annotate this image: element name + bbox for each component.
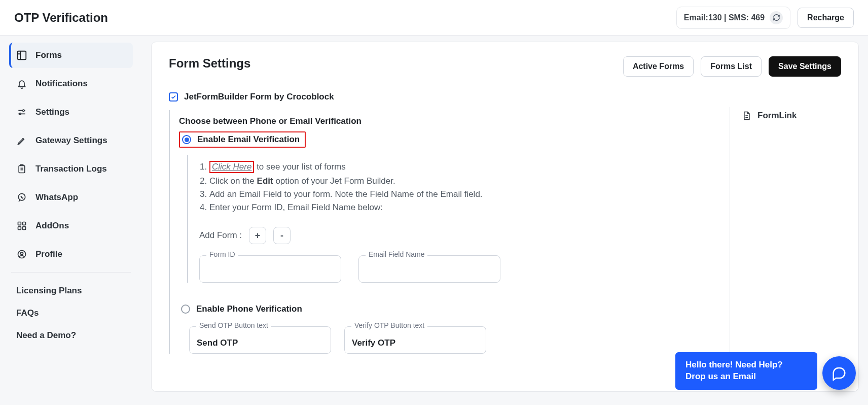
instruction-step-1: Click Here to see your list of forms bbox=[209, 161, 717, 173]
save-settings-button[interactable]: Save Settings bbox=[769, 56, 841, 77]
sidebar-item-transaction-logs[interactable]: Transaction Logs bbox=[9, 156, 133, 182]
page-title: OTP Verification bbox=[14, 11, 108, 25]
sidebar-item-whatsapp[interactable]: WhatsApp bbox=[9, 185, 133, 210]
sidebar: Forms Notifications Settings Gateway Set… bbox=[0, 36, 142, 405]
email-field-wrap: Email Field Name bbox=[358, 255, 500, 283]
radio-email-row[interactable]: Enable Email Verification bbox=[179, 131, 306, 148]
sidebar-item-label: Forms bbox=[35, 50, 62, 60]
sidebar-item-notifications[interactable]: Notifications bbox=[9, 71, 133, 96]
settings-card: Form Settings Active Forms Forms List Sa… bbox=[151, 42, 859, 392]
plugin-checkbox-row[interactable]: JetFormBuilder Form by Crocoblock bbox=[169, 92, 841, 102]
body-wrap: Forms Notifications Settings Gateway Set… bbox=[0, 36, 868, 405]
svg-point-10 bbox=[21, 252, 23, 255]
plugin-checkbox-label: JetFormBuilder Form by Crocoblock bbox=[184, 92, 334, 102]
verify-otp-field-wrap: Verify OTP Button text bbox=[344, 326, 486, 354]
main-area: Form Settings Active Forms Forms List Sa… bbox=[142, 36, 868, 405]
svg-point-2 bbox=[19, 113, 21, 115]
phone-section: Enable Phone Verification Send OTP Butto… bbox=[179, 300, 717, 354]
add-form-plus-button[interactable]: + bbox=[249, 227, 266, 244]
bell-icon bbox=[16, 78, 27, 89]
sidebar-item-label: Profile bbox=[35, 249, 62, 259]
chat-fab[interactable] bbox=[822, 356, 856, 390]
form-id-field-wrap: Form ID bbox=[199, 255, 341, 283]
sidebar-item-profile[interactable]: Profile bbox=[9, 242, 133, 267]
radio-phone[interactable] bbox=[181, 305, 190, 314]
formlink-link[interactable]: FormLink bbox=[741, 110, 841, 121]
email-field-name-input[interactable] bbox=[358, 255, 500, 283]
sidebar-item-label: Notifications bbox=[35, 79, 88, 89]
svg-point-4 bbox=[18, 194, 25, 200]
svg-rect-7 bbox=[18, 227, 21, 230]
plugin-checkbox[interactable] bbox=[169, 92, 178, 102]
svg-rect-0 bbox=[18, 51, 26, 60]
choose-heading: Choose between Phone or Email Verificati… bbox=[179, 116, 717, 126]
sidebar-item-forms[interactable]: Forms bbox=[9, 43, 133, 68]
whatsapp-icon bbox=[16, 192, 27, 203]
card-header: Form Settings Active Forms Forms List Sa… bbox=[169, 56, 841, 77]
user-icon bbox=[16, 249, 27, 260]
header-actions: Active Forms Forms List Save Settings bbox=[623, 56, 841, 77]
verify-otp-label: Verify OTP Button text bbox=[351, 321, 427, 329]
email-field-label: Email Field Name bbox=[366, 250, 427, 258]
help-line2: Drop us an Email bbox=[685, 371, 807, 383]
svg-rect-3 bbox=[19, 165, 25, 173]
send-otp-input[interactable] bbox=[189, 326, 331, 354]
field-pair: Form ID Email Field Name bbox=[199, 255, 717, 283]
sidebar-item-label: AddOns bbox=[35, 221, 69, 231]
verify-otp-input[interactable] bbox=[344, 326, 486, 354]
svg-rect-5 bbox=[18, 222, 21, 225]
grid-icon bbox=[16, 220, 27, 231]
svg-rect-8 bbox=[23, 227, 26, 230]
add-form-line: Add Form : + - bbox=[199, 227, 717, 244]
left-column: Choose between Phone or Email Verificati… bbox=[169, 110, 717, 354]
instruction-step-4: Enter your Form ID, Email Field Name bel… bbox=[209, 203, 717, 213]
form-id-label: Form ID bbox=[206, 250, 238, 258]
document-icon bbox=[741, 110, 751, 121]
sidebar-link-faqs[interactable]: FAQs bbox=[9, 302, 133, 324]
balance-text: Email:130 | SMS: 469 bbox=[684, 13, 765, 22]
radio-phone-row[interactable]: Enable Phone Verification bbox=[179, 300, 717, 318]
help-chip[interactable]: Hello there! Need Help? Drop us an Email bbox=[675, 352, 817, 390]
sidebar-item-addons[interactable]: AddOns bbox=[9, 213, 133, 239]
click-here-link[interactable]: Click Here bbox=[209, 161, 254, 173]
section-title: Form Settings bbox=[169, 56, 250, 71]
sidebar-divider bbox=[11, 272, 131, 273]
recharge-button[interactable]: Recharge bbox=[798, 8, 854, 28]
send-otp-label: Send OTP Button text bbox=[196, 321, 271, 329]
radio-phone-label: Enable Phone Verification bbox=[196, 304, 302, 314]
svg-rect-6 bbox=[23, 222, 26, 225]
balance-box: Email:130 | SMS: 469 bbox=[676, 7, 790, 29]
radio-email[interactable] bbox=[182, 135, 191, 144]
send-otp-field-wrap: Send OTP Button text bbox=[189, 326, 331, 354]
right-column: FormLink bbox=[730, 107, 841, 354]
step2-bold: Edit bbox=[257, 176, 273, 186]
formlink-label: FormLink bbox=[757, 111, 797, 121]
forms-list-button[interactable]: Forms List bbox=[701, 56, 762, 77]
step2-a: Click on the bbox=[209, 176, 257, 186]
sidebar-item-label: Transaction Logs bbox=[35, 164, 107, 174]
edit-icon bbox=[16, 135, 27, 146]
refresh-icon[interactable] bbox=[770, 11, 783, 24]
topbar-right: Email:130 | SMS: 469 Recharge bbox=[676, 7, 854, 29]
clipboard-icon bbox=[16, 163, 27, 175]
sidebar-item-settings[interactable]: Settings bbox=[9, 99, 133, 125]
chat-icon bbox=[831, 365, 847, 381]
add-form-minus-button[interactable]: - bbox=[273, 227, 291, 244]
add-form-label: Add Form : bbox=[199, 230, 242, 241]
radio-email-label: Enable Email Verification bbox=[197, 134, 300, 145]
step1-rest: to see your list of forms bbox=[254, 162, 345, 172]
form-id-input[interactable] bbox=[199, 255, 341, 283]
sidebar-link-licensing[interactable]: Licensing Plans bbox=[9, 280, 133, 302]
sidebar-item-gateway-settings[interactable]: Gateway Settings bbox=[9, 128, 133, 153]
instruction-step-3: Add an Email Field to your form. Note th… bbox=[209, 189, 717, 199]
sidebar-item-label: Settings bbox=[35, 107, 69, 117]
active-forms-button[interactable]: Active Forms bbox=[623, 56, 694, 77]
sidebar-link-demo[interactable]: Need a Demo? bbox=[9, 324, 133, 347]
step2-b: option of your Jet Form Builder. bbox=[273, 176, 395, 186]
layout-icon bbox=[16, 50, 27, 61]
sliders-icon bbox=[16, 107, 27, 118]
help-line1: Hello there! Need Help? bbox=[685, 359, 807, 371]
otp-fields: Send OTP Button text Verify OTP Button t… bbox=[189, 326, 717, 354]
instruction-step-2: Click on the Edit option of your Jet For… bbox=[209, 176, 717, 186]
svg-point-1 bbox=[23, 110, 24, 111]
